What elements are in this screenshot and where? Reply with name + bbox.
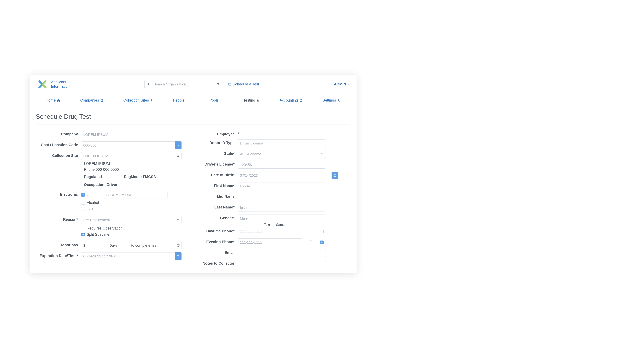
tab-label: Settings xyxy=(322,98,336,102)
shuffle-icon xyxy=(220,99,223,102)
search-input[interactable] xyxy=(152,80,215,88)
label-state: State* xyxy=(187,150,238,156)
form-left-column: Company Cost / Location Code Co xyxy=(36,131,182,271)
checkbox-daytime-text[interactable] xyxy=(309,230,312,233)
sliders-icon[interactable] xyxy=(215,80,222,88)
header-center: Schedule a Test xyxy=(144,80,259,88)
form-area: Company Cost / Location Code Co xyxy=(36,131,350,271)
search-icon[interactable] xyxy=(144,80,152,88)
label-evening-phone: Evening Phone* xyxy=(187,238,238,244)
building-icon xyxy=(100,99,103,102)
brand-logo-icon xyxy=(36,78,49,91)
mid-name-input[interactable] xyxy=(238,193,326,201)
donor-id-type-select[interactable] xyxy=(238,139,326,147)
donor-refresh-button[interactable] xyxy=(175,242,182,249)
label-cost-location: Cost / Location Code xyxy=(36,141,81,147)
employee-link-button[interactable] xyxy=(238,131,242,135)
checkbox-split-specimen-label: Split Specimen xyxy=(87,232,112,237)
tab-settings[interactable]: Settings xyxy=(320,96,343,105)
label-last-name: Last Name* xyxy=(187,204,238,209)
svg-rect-16 xyxy=(101,99,103,101)
checkbox-observation[interactable] xyxy=(81,227,85,230)
tab-companies[interactable]: Companies xyxy=(77,96,106,105)
admin-menu[interactable]: ADMIN xyxy=(334,82,350,86)
schedule-test-link[interactable]: Schedule a Test xyxy=(228,82,259,86)
dob-calendar-button[interactable] xyxy=(332,171,338,179)
tab-collection-sites[interactable]: Collection Sites xyxy=(120,96,156,105)
state-select[interactable] xyxy=(238,150,326,158)
occupation-label: Occupation: Driver xyxy=(81,183,182,187)
checkbox-daytime-same[interactable] xyxy=(320,230,324,233)
calculator-icon xyxy=(299,99,302,102)
label-employee: Employee xyxy=(187,131,238,136)
email-input[interactable] xyxy=(238,249,326,257)
tab-testing[interactable]: Testing xyxy=(240,96,262,105)
tab-label: Collection Sites xyxy=(124,98,149,102)
label-expiration: Expiration Date/Time* xyxy=(36,252,81,258)
cost-location-input[interactable] xyxy=(81,141,175,149)
brand-line2: Information xyxy=(51,84,70,89)
checkbox-split-specimen[interactable] xyxy=(81,233,85,236)
brand-text: Applicant Information xyxy=(51,80,70,89)
tab-label: People xyxy=(173,98,184,102)
company-input[interactable] xyxy=(81,131,169,138)
tab-accounting[interactable]: Accounting xyxy=(276,96,306,105)
svg-line-31 xyxy=(178,156,179,157)
page-title: Schedule Drug Test xyxy=(36,105,350,124)
admin-label: ADMIN xyxy=(334,82,346,86)
tab-home[interactable]: Home xyxy=(43,96,63,105)
label-donor-has: Donor has xyxy=(36,242,81,247)
svg-point-30 xyxy=(177,155,179,157)
svg-point-29 xyxy=(339,101,340,101)
dob-input[interactable] xyxy=(238,171,332,179)
expiration-calendar-button[interactable] xyxy=(175,252,182,260)
label-dob: Date of Birth* xyxy=(187,171,238,177)
calendar-icon xyxy=(228,83,231,86)
home-icon xyxy=(57,99,60,102)
collection-site-search-button[interactable] xyxy=(175,152,182,160)
checkbox-hair[interactable] xyxy=(81,207,85,211)
gender-select[interactable] xyxy=(238,215,326,222)
notes-to-collector-input[interactable] xyxy=(238,260,326,268)
reason-select[interactable] xyxy=(81,216,182,224)
brand-line1: Applicant xyxy=(51,80,70,84)
last-name-input[interactable] xyxy=(238,204,326,212)
gears-icon xyxy=(337,99,340,102)
app-card: Applicant Information xyxy=(30,75,356,273)
donor-quantity-input[interactable] xyxy=(81,242,106,249)
label-reason: Reason* xyxy=(36,216,81,222)
chevron-down-icon xyxy=(348,83,350,86)
site-address-line: LOREM IPSUM xyxy=(81,161,182,166)
checkbox-observation-label: Requires Observation xyxy=(87,226,122,231)
drivers-license-input[interactable] xyxy=(238,161,326,168)
svg-point-21 xyxy=(187,100,188,100)
daytime-phone-input[interactable] xyxy=(238,228,302,235)
donor-unit-select[interactable] xyxy=(107,242,129,249)
tab-pools[interactable]: Pools xyxy=(206,96,226,105)
search-icon xyxy=(177,155,180,157)
app-header: Applicant Information xyxy=(36,75,350,92)
checkbox-urine[interactable] xyxy=(81,193,85,197)
users-icon xyxy=(186,99,189,102)
collection-site-input[interactable] xyxy=(81,152,175,160)
checkbox-evening-same[interactable] xyxy=(320,241,324,244)
first-name-input[interactable] xyxy=(238,182,326,190)
expiration-input[interactable] xyxy=(81,252,175,260)
checkbox-evening-text[interactable] xyxy=(309,241,312,244)
tab-people[interactable]: People xyxy=(170,96,192,105)
label-first-name: First Name* xyxy=(187,182,238,188)
evening-phone-input[interactable] xyxy=(238,238,302,246)
tab-label: Pools xyxy=(210,98,219,102)
phone-header-text: Text xyxy=(264,223,270,227)
svg-point-9 xyxy=(218,84,219,84)
calendar-icon xyxy=(177,255,180,258)
label-mid-name: Mid Name xyxy=(187,193,238,199)
checkbox-alcohol[interactable] xyxy=(81,201,85,205)
flask-icon xyxy=(256,99,259,102)
svg-point-22 xyxy=(188,100,188,100)
urine-extra-input[interactable] xyxy=(104,191,168,199)
search-group xyxy=(144,80,222,88)
cost-dropdown-button[interactable] xyxy=(175,141,182,149)
svg-point-4 xyxy=(147,83,149,85)
svg-rect-23 xyxy=(300,99,302,101)
